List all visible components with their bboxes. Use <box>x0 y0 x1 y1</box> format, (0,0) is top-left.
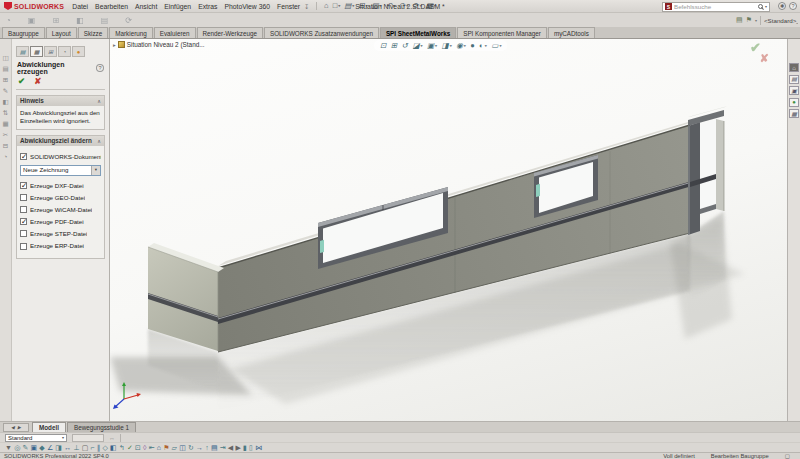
toolbar-icon[interactable]: ▤ <box>211 444 218 451</box>
custom-properties-icon[interactable]: ▦ <box>789 109 799 118</box>
export-checkbox-row[interactable]: Erzeuge DXF-Datei <box>20 182 101 190</box>
export-checkbox-row[interactable]: Erzeuge PDF-Datei <box>20 218 101 226</box>
command-tab[interactable]: SOLIDWORKS Zusatzanwendungen <box>264 27 379 38</box>
menu-item[interactable]: Ansicht <box>135 3 157 10</box>
document-tab[interactable]: ▸ Situation Niveau 2 (Stand... <box>113 41 205 48</box>
toolbar-icon[interactable]: ↻ <box>188 444 194 451</box>
home-icon[interactable]: ⌂▾ <box>324 2 329 10</box>
toolbar-icon[interactable]: ↰ <box>119 444 125 451</box>
hide-show-items-icon[interactable]: ◉▾ <box>456 42 466 50</box>
menu-item[interactable]: Extras <box>198 3 217 10</box>
command-tab[interactable]: Evaluieren <box>154 27 196 38</box>
search-icon[interactable] <box>758 4 763 9</box>
toolbar-icon[interactable]: ⚑ <box>163 444 169 451</box>
tool-icon[interactable]: ⊞ <box>3 77 8 84</box>
help-icon[interactable]: ? <box>96 64 104 72</box>
tool-icon[interactable]: ⇅ <box>3 110 8 117</box>
tab-scroll-control[interactable]: ◀ ▶ <box>3 423 29 432</box>
panel-tab-icon[interactable]: ⊞ <box>44 46 57 57</box>
tool-icon[interactable]: ▤ <box>2 66 8 73</box>
tool-icon[interactable]: ⊟ <box>3 143 8 150</box>
scroll-right-icon[interactable]: ▶ <box>18 425 21 430</box>
command-tab[interactable]: SPI SheetMetalWorks <box>380 27 456 38</box>
redo-icon[interactable]: ↷▾ <box>399 2 408 10</box>
checkbox[interactable] <box>20 194 27 201</box>
document-view-tab[interactable]: Bewegungsstudie 1 <box>67 422 136 432</box>
menu-item[interactable]: Fenster <box>277 3 300 10</box>
command-tab[interactable]: Layout <box>46 27 77 38</box>
taskpane-home-icon[interactable]: ⌂ <box>789 63 799 72</box>
display-style-icon[interactable]: ◨▾ <box>442 42 452 50</box>
appearances-icon[interactable]: ● <box>789 98 799 107</box>
tool-icon[interactable]: ◔ <box>4 154 8 161</box>
section-view-icon[interactable]: ◪▾ <box>412 42 422 50</box>
toolbar-icon[interactable]: ⌐ <box>90 444 94 451</box>
cancel-button[interactable]: ✘ <box>34 77 41 86</box>
command-tab[interactable]: Baugruppe <box>2 27 45 38</box>
toolbar-icon[interactable]: ▼ <box>5 444 12 451</box>
scroll-left-icon[interactable]: ◀ <box>11 425 14 430</box>
tool-icon[interactable]: ◫ <box>2 55 8 62</box>
toolbar-icon[interactable]: ◆ <box>39 444 44 451</box>
menu-item[interactable]: PhotoView 360 <box>224 3 270 10</box>
panel-tab-icon[interactable]: ▤ <box>16 46 29 57</box>
toolbar-icon[interactable]: ⊡ <box>135 444 141 451</box>
pin-menu-icon[interactable]: ↧ <box>304 3 309 10</box>
toolbar-icon[interactable]: ◨ <box>55 444 62 451</box>
toolbar-icon[interactable]: ▢ <box>82 444 89 451</box>
menu-item[interactable]: Bearbeiten <box>95 3 128 10</box>
display-state-value[interactable]: <Standard>_A <box>764 17 798 24</box>
panel-tab-icon[interactable]: ▦ <box>30 46 43 57</box>
export-checkbox-row[interactable]: Erzeuge GEO-Datei <box>20 194 101 202</box>
ok-button[interactable]: ✔ <box>18 77 25 86</box>
chevron-down-icon[interactable]: ▾ <box>755 18 757 23</box>
export-checkbox-row[interactable]: Erzeuge STEP-Datei <box>20 230 101 238</box>
tool-icon[interactable]: ✎ <box>3 88 8 95</box>
toolbar-icon[interactable]: ◎ <box>14 444 20 451</box>
undo-icon[interactable]: ↶▾ <box>386 2 395 10</box>
toolbar-icon[interactable]: ▮ <box>243 444 247 451</box>
tool-icon[interactable]: ✂ <box>3 132 8 139</box>
chevron-down-icon[interactable]: ▾ <box>91 166 100 175</box>
toolbar-icon[interactable]: ◀ <box>228 444 233 451</box>
toolbar-icon[interactable]: ⊥ <box>73 444 79 451</box>
toolbar-icon[interactable]: ▱ <box>172 444 177 451</box>
command-search-box[interactable]: S Befehlssuche ▾ <box>662 2 770 12</box>
design-library-icon[interactable]: ▤ <box>789 75 799 84</box>
status-pane-icon[interactable]: ▢ <box>785 453 790 459</box>
new-document-icon[interactable]: □▾ <box>333 2 341 10</box>
menu-item[interactable]: Datei <box>72 3 88 10</box>
toolbar-icon[interactable]: ▣ <box>30 444 37 451</box>
scene-icon[interactable]: ◐▾ <box>479 42 487 50</box>
toolbar-icon[interactable]: ◫ <box>179 444 186 451</box>
view-orientation-icon[interactable]: ▣▾ <box>427 42 437 50</box>
drawing-target-select[interactable]: Neue Zeichnung ▾ <box>20 165 101 176</box>
edit-appearance-icon[interactable]: ●▾ <box>470 42 475 50</box>
toolbar-icon[interactable]: ◧ <box>110 444 117 451</box>
command-tab[interactable]: myCADtools <box>548 27 595 38</box>
target-group-header[interactable]: Abwicklungsziel ändern ∧ <box>17 136 104 146</box>
toolbar-icon[interactable]: → <box>196 444 203 451</box>
command-tab[interactable]: Markierung <box>109 27 153 38</box>
toolbar-icon[interactable]: ∥ <box>97 444 101 451</box>
settings-icon[interactable]: ✱ <box>778 2 786 10</box>
tool-icon[interactable]: ◧ <box>2 99 8 106</box>
view-settings-icon[interactable]: ▭▾ <box>491 42 501 50</box>
toolbar-icon[interactable]: ⋈ <box>255 444 262 451</box>
previous-view-icon[interactable]: ↺▾ <box>402 42 408 50</box>
toolbar-icon[interactable]: ✎ <box>22 444 28 451</box>
file-explorer-icon[interactable]: ▣ <box>789 86 799 95</box>
export-checkbox-row[interactable]: Erzeuge ERP-Datei <box>20 242 101 250</box>
toolbar-icon[interactable]: ◊ <box>143 444 146 451</box>
open-document-icon[interactable]: ▤▾ <box>344 2 354 10</box>
checkbox[interactable] <box>20 153 27 160</box>
document-view-tab[interactable]: Modell <box>32 422 66 432</box>
panel-tab-icon[interactable]: ● <box>72 46 85 57</box>
chevron-down-icon[interactable]: ▾ <box>765 4 767 9</box>
checkbox[interactable] <box>20 218 27 225</box>
checkbox[interactable] <box>20 243 27 250</box>
checkbox[interactable] <box>20 182 27 189</box>
rebuild-icon[interactable]: ⟳▾ <box>412 2 421 10</box>
zoom-area-icon[interactable]: ⊞▾ <box>391 42 397 50</box>
menu-item[interactable]: Einfügen <box>164 3 191 10</box>
